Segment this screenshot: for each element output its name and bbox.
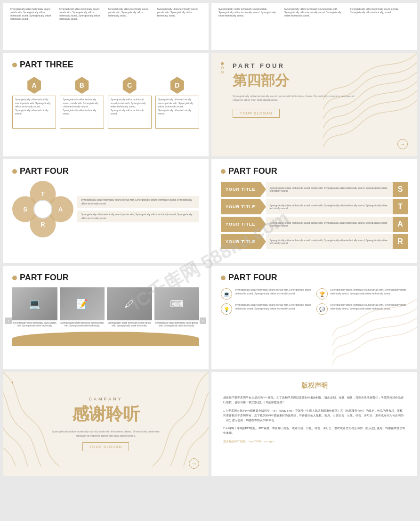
slide-5-part-four-flower: PART FOUR T S A R Synergistically utiliz… (3, 159, 209, 263)
slide3-dot (12, 63, 17, 67)
slide3-content-b: Synergistically utilize technically soun… (60, 96, 104, 129)
slide3-boxes: A Synergistically utilize technically so… (12, 77, 199, 129)
slide5-text-1: Synergistically utilize technically soun… (77, 196, 199, 208)
slide3-content-d: Synergistically utilize technically soun… (155, 96, 199, 129)
slide7-nav-right[interactable]: › (200, 317, 206, 324)
slide3-box-a: A Synergistically utilize technically so… (12, 77, 56, 129)
slide3-letter-a: A (26, 77, 43, 94)
star-arrow-t (260, 199, 266, 214)
star-label-a: YOUR TITLE (221, 217, 260, 232)
slide6-title: PART FOUR (221, 166, 408, 176)
slide4-slogan-btn[interactable]: YOUR SLOGAN (233, 109, 280, 118)
slide2-col-3: Synergistically utilize technically soun… (350, 8, 410, 45)
star-letter-s: S (393, 182, 408, 197)
slide9-thank-you-cn: 感谢聆听 (72, 403, 140, 426)
slide7-photo-2: 📝 Synergistically utilize technically so… (60, 287, 105, 328)
slide4-dots (221, 62, 224, 73)
slide9-arrow-btn[interactable]: → (189, 458, 199, 469)
slide7-photo-4: ⌨ Synergistically utilize technically so… (154, 287, 200, 328)
slide10-intro: 感谢您下载千库网平台上提供的PPT作品，为了您和千库网以及原创作者的利益，请勿发… (223, 396, 405, 405)
slide7-photo-box-2: 📝 (60, 287, 105, 320)
slide9-dot-outline-2 (12, 383, 13, 383)
slide3-title: PART THREE (12, 60, 199, 70)
slide-6-part-four-star: PART FOUR YOUR TITLE Synergistically uti… (211, 159, 417, 263)
slide3-content-a: Synergistically utilize technically soun… (12, 96, 56, 129)
slide8-wave-bg (332, 299, 417, 369)
slide3-box-b: B Synergistically utilize technically so… (60, 77, 104, 129)
slide3-letter-c: C (121, 77, 138, 94)
slide1-col-3: Synergistically utilize technically soun… (108, 8, 153, 21)
slide7-nav-left[interactable]: ‹ (5, 317, 12, 324)
star-label-r: YOUR TITLE (221, 234, 260, 249)
slide-3-part-three: PART THREE A Synergistically utilize tec… (3, 53, 209, 156)
slide3-letter-b: B (73, 77, 90, 94)
star-arrow-s (260, 182, 266, 197)
star-row-t: YOUR TITLE Synergistically utilize techn… (221, 199, 408, 214)
star-row-a: YOUR TITLE Synergistically utilize techn… (221, 217, 408, 232)
slide8-icon-1: 💻 Synergistically utilize technically so… (221, 288, 313, 300)
slide7-caption-4: Synergistically utilize technically soun… (154, 322, 200, 328)
slide4-dot-filled (221, 62, 224, 65)
slide9-dots (12, 382, 13, 383)
slide8-title: PART FOUR (221, 273, 408, 283)
slide7-caption-2: Synergistically utilize technically soun… (60, 322, 105, 328)
star-row-s: YOUR TITLE Synergistically utilize techn… (221, 182, 408, 197)
slide-10-copyright: 版权声明 感谢您下载千库网平台上提供的PPT作品，为了您和千库网以及原创作者的利… (211, 372, 417, 476)
slide7-caption-1: Synergistically utilize technically soun… (12, 322, 57, 328)
star-content-t: Synergistically utilize technically soun… (266, 199, 393, 214)
slide4-arrow-btn[interactable]: → (397, 139, 408, 149)
slide7-caption-3: Synergistically utilize technically soun… (107, 322, 152, 328)
slide-2: Synergistically utilize technically soun… (211, 3, 417, 50)
slide9-wave-right (138, 372, 209, 466)
petal-center (33, 200, 52, 219)
slide5-flower: T S A R (12, 181, 73, 237)
slide-7-part-four-photos: PART FOUR 💻 Synergistically utilize tech… (3, 266, 209, 369)
slide1-col-1: Synergistically utilize technically soun… (10, 8, 54, 21)
slide1-col-4: Synergistically utilize technically soun… (157, 8, 202, 21)
slide3-letter-d: D (169, 77, 186, 94)
slide9-company-label: CAMPANY (89, 397, 123, 401)
slide7-photo-box-4: ⌨ (154, 287, 200, 320)
slide8-icon-circle-1: 💻 (221, 288, 232, 300)
slides-grid: Synergistically utilize technically soun… (0, 0, 420, 479)
slide7-photos-row: 💻 Synergistically utilize technically so… (12, 287, 199, 328)
slide10-more-link[interactable]: 更多精品PPT模板：http://588ku.com/ppt (223, 440, 405, 444)
slide7-bottom-curve (12, 332, 199, 346)
slide1-columns: Synergistically utilize technically soun… (10, 8, 202, 21)
slide9-dot-group (12, 382, 13, 383)
slide5-text-2: Synergistically utilize technically soun… (77, 211, 199, 222)
slide8-icon-circle-2: 🏆 (316, 288, 328, 300)
slide5-text-blocks: Synergistically utilize technically soun… (77, 196, 199, 222)
star-content-s: Synergistically utilize technically soun… (266, 182, 393, 197)
slide-8-part-four-icons: PART FOUR 💻 Synergistically utilize tech… (211, 266, 417, 369)
slide8-icon-text-1: Synergistically utilize technically soun… (235, 288, 313, 295)
slide7-photo-3: 🖊 Synergistically utilize technically so… (107, 287, 152, 328)
slide8-dot (221, 276, 226, 280)
slide7-photo-box-3: 🖊 (107, 287, 152, 320)
slide-9-thank-you: CAMPANY 感谢聆听 Synergistically utilize tec… (3, 372, 209, 476)
star-content-r: Synergistically utilize technically soun… (266, 234, 393, 249)
slide6-star-table: YOUR TITLE Synergistically utilize techn… (221, 182, 408, 249)
slide6-dot (221, 169, 226, 174)
star-label-s: YOUR TITLE (221, 182, 260, 197)
slide5-title: PART FOUR (12, 166, 199, 176)
slide10-title: 版权声明 (223, 382, 405, 390)
star-arrow-a (260, 217, 266, 232)
slide7-title: PART FOUR (12, 273, 199, 283)
slide2-col-2: Synergistically utilize technically soun… (284, 8, 345, 45)
slide8-icon-circle-3: 💡 (221, 303, 232, 315)
slide8-icon-text-2: Synergistically utilize technically soun… (331, 288, 408, 295)
star-row-r: YOUR TITLE Synergistically utilize techn… (221, 234, 408, 249)
slide9-slogan-btn[interactable]: YOUR SLOGAN (82, 442, 129, 451)
slide3-box-d: D Synergistically utilize technically so… (155, 77, 199, 129)
slide4-dot-group (221, 62, 224, 73)
slide7-photo-box-1: 💻 (12, 287, 57, 320)
star-letter-r: R (393, 234, 408, 249)
star-letter-t: T (393, 199, 408, 214)
slide4-dot-outline-2 (221, 71, 224, 73)
star-arrow-r (260, 234, 266, 249)
slide2-col-1: Synergistically utilize technically soun… (218, 8, 279, 45)
slide5-content: T S A R Synergistically utilize technica… (12, 181, 199, 237)
slide1-col-2: Synergistically utilize technically soun… (59, 8, 103, 21)
slide3-box-c: C Synergistically utilize technically so… (108, 77, 152, 129)
